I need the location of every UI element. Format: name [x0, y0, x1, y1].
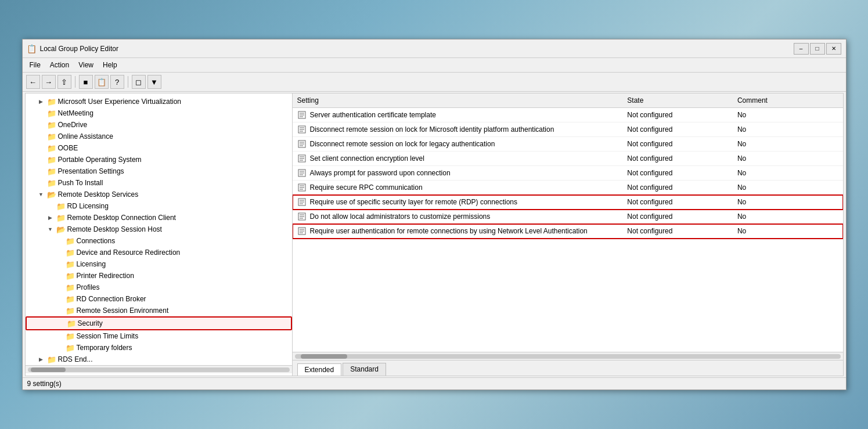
table-row[interactable]: Require use of specific security layer f…: [293, 195, 843, 210]
tree-scrollbar[interactable]: [26, 365, 292, 373]
col-setting[interactable]: Setting: [293, 93, 623, 108]
expand-spacer: [56, 283, 64, 291]
minimize-button[interactable]: –: [794, 43, 809, 55]
expand-spacer: [37, 121, 45, 129]
tree-label: Temporary folders: [77, 344, 132, 352]
tree-item-remote-desktop[interactable]: ▼ 📂 Remote Desktop Services: [26, 189, 292, 200]
tree-label: Profiles: [77, 283, 100, 291]
menu-file[interactable]: File: [25, 59, 45, 71]
menu-view[interactable]: View: [74, 59, 98, 71]
tree-item-online-assistance[interactable]: 📁 Online Assistance: [26, 131, 292, 142]
setting-cell: Server authentication certificate templa…: [293, 108, 623, 122]
tree-item-netmeeting[interactable]: 📁 NetMeeting: [26, 107, 292, 119]
expand-icon: ▶: [37, 355, 45, 363]
setting-icon: [297, 168, 307, 178]
setting-label: Require secure RPC communication: [310, 183, 423, 192]
folder-icon: 📁: [66, 236, 75, 246]
tab-standard[interactable]: Standard: [343, 363, 386, 376]
tab-extended[interactable]: Extended: [297, 363, 342, 376]
state-cell: Not configured: [622, 224, 733, 239]
export-button[interactable]: 📋: [95, 75, 109, 89]
tree-item-portable-os[interactable]: 📁 Portable Operating System: [26, 154, 292, 165]
tree-item-push-to-install[interactable]: 📁 Push To Install: [26, 177, 292, 189]
horizontal-scrollbar[interactable]: [293, 352, 843, 360]
scroll-track[interactable]: [295, 354, 841, 359]
tree-item-printer-redirection[interactable]: 📁 Printer Redirection: [26, 270, 292, 282]
tree-label: RD Licensing: [67, 202, 109, 210]
state-cell: Not configured: [622, 122, 733, 137]
tree-label: Remote Session Environment: [77, 307, 169, 315]
setting-icon: [297, 154, 307, 163]
expand-spacer: [56, 344, 64, 352]
setting-label: Disconnect remote session on lock for le…: [310, 140, 495, 148]
col-state[interactable]: State: [622, 93, 733, 108]
window-controls: – □ ✕: [794, 43, 841, 55]
bottom-tabs: Extended Standard: [293, 360, 843, 376]
back-button[interactable]: ←: [26, 75, 40, 89]
expand-spacer: [37, 132, 45, 140]
up-button[interactable]: ⇧: [57, 75, 71, 89]
table-row[interactable]: Disconnect remote session on lock for le…: [293, 137, 843, 152]
tree-item-rd-connection-broker[interactable]: 📁 RD Connection Broker: [26, 293, 292, 305]
table-row[interactable]: Disconnect remote session on lock for Mi…: [293, 122, 843, 137]
folder-icon: 📁: [47, 178, 56, 188]
comment-cell: No: [733, 181, 843, 195]
setting-label: Require user authentication for remote c…: [310, 227, 588, 235]
state-cell: Not configured: [622, 152, 733, 166]
tree-label: Device and Resource Redirection: [77, 248, 181, 257]
tree-item-connections[interactable]: 📁 Connections: [26, 235, 292, 247]
setting-icon: [297, 226, 307, 236]
setting-icon: [297, 125, 307, 134]
table-row[interactable]: Always prompt for password upon connecti…: [293, 166, 843, 181]
tree-label: OneDrive: [58, 121, 88, 129]
title-bar-left: 📋 Local Group Policy Editor: [27, 44, 118, 53]
tree-item-device-redirection[interactable]: 📁 Device and Resource Redirection: [26, 247, 292, 258]
comment-cell: No: [733, 195, 843, 210]
expand-spacer: [56, 295, 64, 303]
expand-icon: ▶: [46, 214, 55, 222]
folder-icon: 📁: [66, 294, 75, 304]
expand-spacer: [56, 248, 64, 257]
help-button[interactable]: ?: [110, 75, 124, 89]
table-row[interactable]: Server authentication certificate templa…: [293, 108, 843, 122]
tree-item-licensing[interactable]: 📁 Licensing: [26, 258, 292, 270]
tree-item-remote-session-env[interactable]: 📁 Remote Session Environment: [26, 305, 292, 316]
tree-item-rdcc[interactable]: ▶ 📁 Remote Desktop Connection Client: [26, 212, 292, 223]
table-row[interactable]: Require user authentication for remote c…: [293, 224, 843, 239]
table-row[interactable]: Require secure RPC communicationNot conf…: [293, 181, 843, 195]
tree-item-onedrive[interactable]: 📁 OneDrive: [26, 119, 292, 131]
menu-help[interactable]: Help: [98, 59, 122, 71]
forward-button[interactable]: →: [42, 75, 56, 89]
filter-button[interactable]: ▼: [147, 75, 161, 89]
tree-item-security[interactable]: 📁 Security: [26, 316, 292, 330]
tree-item-presentation[interactable]: 📁 Presentation Settings: [26, 165, 292, 177]
close-button[interactable]: ✕: [826, 43, 841, 55]
setting-cell: Disconnect remote session on lock for le…: [293, 137, 623, 152]
table-row[interactable]: Do not allow local administrators to cus…: [293, 210, 843, 224]
col-comment[interactable]: Comment: [733, 93, 843, 108]
tree-item-rd-licensing[interactable]: 📁 RD Licensing: [26, 200, 292, 212]
main-window: 📋 Local Group Policy Editor – □ ✕ File A…: [22, 39, 847, 390]
folder-icon: 📁: [47, 120, 56, 129]
tree-item-profiles[interactable]: 📁 Profiles: [26, 282, 292, 293]
show-hide-button[interactable]: ■: [79, 75, 93, 89]
restore-button[interactable]: □: [810, 43, 825, 55]
tree-pane[interactable]: ▶ 📁 Microsoft User Experience Virtualiza…: [26, 93, 293, 376]
scroll-thumb[interactable]: [301, 354, 347, 359]
menu-action[interactable]: Action: [45, 59, 74, 71]
properties-button[interactable]: ◻: [132, 75, 146, 89]
tree-item-ms-user-exp[interactable]: ▶ 📁 Microsoft User Experience Virtualiza…: [26, 96, 292, 107]
content-table[interactable]: Setting State Comment Server authenticat…: [293, 93, 843, 352]
tree-item-session-time-limits[interactable]: 📁 Session Time Limits: [26, 330, 292, 342]
tree-item-rdsh[interactable]: ▼ 📂 Remote Desktop Session Host: [26, 223, 292, 235]
table-row[interactable]: Set client connection encryption levelNo…: [293, 152, 843, 166]
folder-icon: 📁: [66, 271, 75, 280]
tree-label: Microsoft User Experience Virtualization: [58, 98, 182, 106]
tree-item-oobe[interactable]: 📁 OOBE: [26, 142, 292, 154]
tree-item-rds-end[interactable]: ▶ 📁 RDS End...: [26, 354, 292, 365]
tree-item-temp-folders[interactable]: 📁 Temporary folders: [26, 342, 292, 354]
expand-spacer: [56, 332, 64, 340]
expand-spacer: [56, 307, 64, 315]
folder-icon: 📁: [47, 132, 56, 141]
comment-cell: No: [733, 224, 843, 239]
